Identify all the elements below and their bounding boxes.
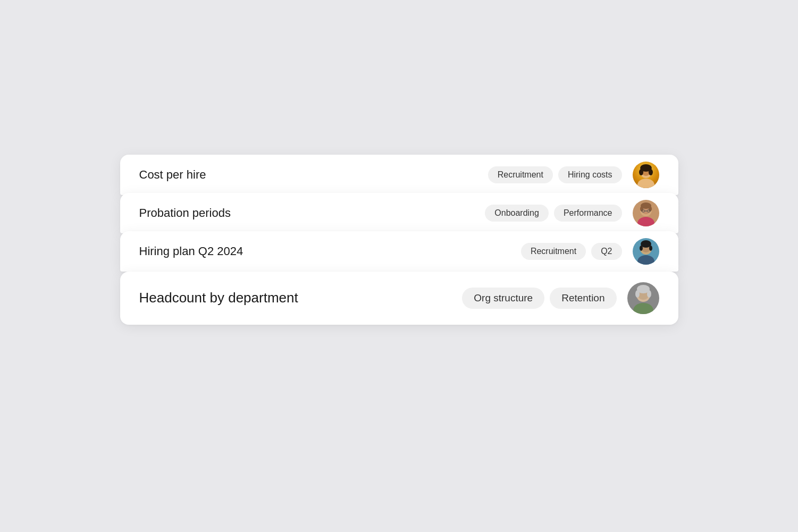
avatar-card-2	[633, 200, 659, 226]
card-title-cost-per-hire: Cost per hire	[139, 168, 488, 182]
tags-cost-per-hire: Recruitment Hiring costs	[488, 166, 622, 183]
tags-probation: Onboarding Performance	[485, 205, 621, 222]
tag-performance[interactable]: Performance	[554, 205, 622, 222]
card-title-probation: Probation periods	[139, 206, 485, 220]
card-probation-periods[interactable]: Probation periods Onboarding Performance	[120, 193, 678, 233]
svg-point-4	[639, 169, 643, 175]
card-title-headcount: Headcount by department	[139, 290, 463, 306]
card-cost-per-hire[interactable]: Cost per hire Recruitment Hiring costs	[120, 155, 678, 195]
tag-recruitment-1[interactable]: Recruitment	[488, 166, 553, 183]
tags-headcount: Org structure Retention	[462, 288, 616, 309]
svg-point-22	[633, 303, 653, 314]
svg-point-16	[637, 255, 654, 265]
tags-hiring-plan: Recruitment Q2	[521, 243, 622, 260]
tag-hiring-costs[interactable]: Hiring costs	[558, 166, 622, 183]
cards-container: Cost per hire Recruitment Hiring costs P…	[120, 155, 678, 378]
card-hiring-plan[interactable]: Hiring plan Q2 2024 Recruitment Q2	[120, 231, 678, 272]
tag-org-structure[interactable]: Org structure	[462, 288, 544, 309]
card-title-hiring-plan: Hiring plan Q2 2024	[139, 244, 521, 258]
card-headcount[interactable]: Headcount by department Org structure Re…	[120, 272, 678, 325]
svg-point-1	[637, 179, 654, 188]
tag-onboarding[interactable]: Onboarding	[485, 205, 549, 222]
tag-recruitment-2[interactable]: Recruitment	[521, 243, 586, 260]
tag-retention[interactable]: Retention	[550, 288, 616, 309]
svg-point-5	[649, 169, 653, 175]
avatar-card-1	[633, 162, 659, 188]
avatar-card-3	[633, 238, 659, 265]
svg-point-20	[649, 246, 652, 251]
svg-point-26	[647, 290, 651, 298]
svg-point-19	[640, 246, 643, 251]
svg-point-7	[637, 217, 654, 226]
tag-q2[interactable]: Q2	[591, 243, 621, 260]
avatar-card-4	[627, 282, 659, 314]
svg-point-25	[635, 290, 640, 298]
